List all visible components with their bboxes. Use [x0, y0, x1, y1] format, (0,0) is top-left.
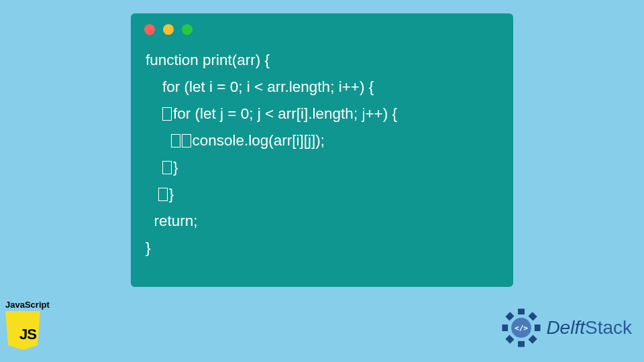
code-line	[146, 132, 171, 149]
code-line	[146, 159, 162, 176]
code-line: return;	[146, 213, 198, 229]
code-body: function print(arr) { for (let i = 0; i …	[131, 40, 513, 274]
tofu-icon	[158, 188, 168, 201]
code-line: for (let i = 0; i < arr.length; i++) {	[146, 78, 374, 95]
svg-rect-4	[518, 341, 525, 347]
window-controls	[131, 13, 513, 40]
code-window: function print(arr) { for (let i = 0; i …	[131, 13, 513, 287]
code-line: for (let j = 0; j < arr[i].length; j++) …	[173, 105, 397, 122]
js-shield-icon: JS	[5, 311, 40, 350]
tofu-icon	[171, 134, 180, 147]
close-icon	[144, 24, 155, 35]
svg-rect-5	[506, 335, 515, 344]
code-line	[146, 105, 162, 122]
tofu-icon	[182, 134, 191, 147]
brand-text: DelftStack	[546, 317, 632, 339]
brand-first: Delft	[546, 317, 585, 338]
code-line	[146, 186, 158, 202]
code-line: console.log(arr[i][j]);	[193, 132, 325, 149]
code-line: }	[173, 159, 178, 176]
badge-label: JavaScript	[5, 300, 51, 310]
svg-rect-2	[535, 324, 541, 331]
code-line: }	[169, 186, 174, 202]
brand-second: Stack	[585, 317, 632, 338]
javascript-badge: JavaScript JS	[5, 300, 51, 350]
maximize-icon	[182, 24, 193, 35]
svg-rect-3	[529, 335, 537, 344]
shield-text: JS	[19, 326, 36, 343]
minimize-icon	[163, 24, 174, 35]
code-line: }	[146, 239, 151, 256]
code-line: function print(arr) {	[146, 52, 270, 68]
svg-rect-0	[518, 308, 525, 314]
svg-text:</>: </>	[515, 324, 528, 333]
tofu-icon	[162, 161, 172, 174]
svg-rect-6	[502, 324, 508, 331]
svg-rect-1	[529, 312, 537, 320]
svg-rect-7	[506, 312, 515, 320]
brand-logo-group: </> DelftStack	[500, 307, 632, 349]
delftstack-logo-icon: </>	[500, 307, 542, 349]
tofu-icon	[162, 107, 172, 121]
